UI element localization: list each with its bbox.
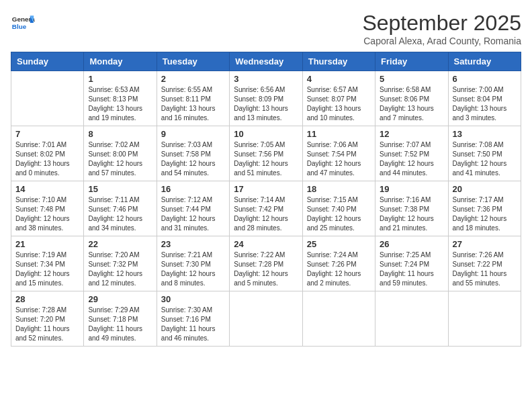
- calendar-cell: 18Sunrise: 7:15 AMSunset: 7:40 PMDayligh…: [302, 181, 375, 236]
- day-info: Sunrise: 7:01 AMSunset: 8:02 PMDaylight:…: [15, 140, 79, 178]
- calendar-week: 14Sunrise: 7:10 AMSunset: 7:48 PMDayligh…: [11, 181, 521, 236]
- weekday-header: Sunday: [11, 52, 84, 71]
- day-info: Sunrise: 7:19 AMSunset: 7:34 PMDaylight:…: [15, 250, 79, 288]
- calendar-cell: [11, 71, 84, 126]
- day-number: 19: [380, 184, 443, 194]
- day-number: 13: [453, 129, 517, 139]
- day-info: Sunrise: 7:08 AMSunset: 7:50 PMDaylight:…: [453, 140, 517, 178]
- calendar-cell: 26Sunrise: 7:25 AMSunset: 7:24 PMDayligh…: [375, 236, 448, 291]
- day-info: Sunrise: 7:28 AMSunset: 7:20 PMDaylight:…: [15, 306, 79, 343]
- day-number: 21: [15, 239, 79, 249]
- day-info: Sunrise: 7:30 AMSunset: 7:16 PMDaylight:…: [161, 306, 225, 343]
- calendar-cell: 15Sunrise: 7:11 AMSunset: 7:46 PMDayligh…: [84, 181, 157, 236]
- calendar-cell: 24Sunrise: 7:22 AMSunset: 7:28 PMDayligh…: [230, 236, 302, 291]
- day-info: Sunrise: 7:02 AMSunset: 8:00 PMDaylight:…: [88, 140, 152, 178]
- calendar-cell: 14Sunrise: 7:10 AMSunset: 7:48 PMDayligh…: [11, 181, 84, 236]
- location: Caporal Alexa, Arad County, Romania: [362, 36, 521, 46]
- day-info: Sunrise: 6:56 AMSunset: 8:09 PMDaylight:…: [234, 85, 298, 123]
- day-number: 10: [234, 129, 298, 139]
- calendar-cell: 28Sunrise: 7:28 AMSunset: 7:20 PMDayligh…: [11, 291, 84, 347]
- day-info: Sunrise: 7:03 AMSunset: 7:58 PMDaylight:…: [161, 140, 225, 178]
- day-number: 29: [88, 294, 152, 304]
- calendar-header: SundayMondayTuesdayWednesdayThursdayFrid…: [11, 52, 521, 71]
- day-number: 24: [234, 239, 298, 249]
- calendar-cell: 1Sunrise: 6:53 AMSunset: 8:13 PMDaylight…: [84, 71, 157, 126]
- calendar-body: 1Sunrise: 6:53 AMSunset: 8:13 PMDaylight…: [11, 71, 521, 347]
- day-number: 28: [15, 294, 79, 304]
- page-header: General Blue September 2025 Caporal Alex…: [11, 11, 521, 46]
- day-info: Sunrise: 7:05 AMSunset: 7:56 PMDaylight:…: [234, 140, 298, 178]
- calendar-cell: 16Sunrise: 7:12 AMSunset: 7:44 PMDayligh…: [157, 181, 229, 236]
- day-number: 11: [307, 129, 371, 139]
- calendar-cell: 13Sunrise: 7:08 AMSunset: 7:50 PMDayligh…: [448, 126, 521, 181]
- day-info: Sunrise: 7:14 AMSunset: 7:42 PMDaylight:…: [234, 195, 298, 233]
- day-number: 30: [161, 294, 225, 304]
- calendar-cell: 10Sunrise: 7:05 AMSunset: 7:56 PMDayligh…: [230, 126, 302, 181]
- title-block: September 2025 Caporal Alexa, Arad Count…: [362, 11, 521, 46]
- day-info: Sunrise: 7:10 AMSunset: 7:48 PMDaylight:…: [15, 195, 79, 233]
- day-number: 1: [88, 74, 152, 84]
- day-number: 16: [161, 184, 225, 194]
- calendar-week: 21Sunrise: 7:19 AMSunset: 7:34 PMDayligh…: [11, 236, 521, 291]
- day-number: 5: [380, 74, 443, 84]
- calendar-cell: 4Sunrise: 6:57 AMSunset: 8:07 PMDaylight…: [302, 71, 375, 126]
- day-number: 8: [88, 129, 152, 139]
- day-number: 14: [15, 184, 79, 194]
- calendar-cell: 23Sunrise: 7:21 AMSunset: 7:30 PMDayligh…: [157, 236, 229, 291]
- day-info: Sunrise: 7:22 AMSunset: 7:28 PMDaylight:…: [234, 250, 298, 288]
- logo-icon: General Blue: [11, 11, 35, 35]
- day-info: Sunrise: 7:16 AMSunset: 7:38 PMDaylight:…: [380, 195, 443, 233]
- calendar-week: 1Sunrise: 6:53 AMSunset: 8:13 PMDaylight…: [11, 71, 521, 126]
- day-number: 9: [161, 129, 225, 139]
- calendar-week: 7Sunrise: 7:01 AMSunset: 8:02 PMDaylight…: [11, 126, 521, 181]
- calendar-cell: [230, 291, 302, 347]
- calendar-cell: 9Sunrise: 7:03 AMSunset: 7:58 PMDaylight…: [157, 126, 229, 181]
- calendar-cell: 21Sunrise: 7:19 AMSunset: 7:34 PMDayligh…: [11, 236, 84, 291]
- day-info: Sunrise: 7:07 AMSunset: 7:52 PMDaylight:…: [380, 140, 443, 178]
- month-title: September 2025: [362, 11, 521, 36]
- calendar-cell: 22Sunrise: 7:20 AMSunset: 7:32 PMDayligh…: [84, 236, 157, 291]
- day-number: 12: [380, 129, 443, 139]
- calendar-cell: 3Sunrise: 6:56 AMSunset: 8:09 PMDaylight…: [230, 71, 302, 126]
- weekday-header: Monday: [84, 52, 157, 71]
- day-info: Sunrise: 7:15 AMSunset: 7:40 PMDaylight:…: [307, 195, 371, 233]
- day-info: Sunrise: 7:26 AMSunset: 7:22 PMDaylight:…: [453, 250, 517, 288]
- day-info: Sunrise: 6:55 AMSunset: 8:11 PMDaylight:…: [161, 85, 225, 123]
- day-number: 20: [453, 184, 517, 194]
- calendar-cell: 29Sunrise: 7:29 AMSunset: 7:18 PMDayligh…: [84, 291, 157, 347]
- weekday-header: Tuesday: [157, 52, 229, 71]
- day-info: Sunrise: 7:20 AMSunset: 7:32 PMDaylight:…: [88, 250, 152, 288]
- calendar-cell: 11Sunrise: 7:06 AMSunset: 7:54 PMDayligh…: [302, 126, 375, 181]
- day-number: 15: [88, 184, 152, 194]
- svg-text:Blue: Blue: [12, 23, 27, 30]
- day-number: 22: [88, 239, 152, 249]
- day-number: 25: [307, 239, 371, 249]
- calendar-cell: 12Sunrise: 7:07 AMSunset: 7:52 PMDayligh…: [375, 126, 448, 181]
- calendar-cell: [375, 291, 448, 347]
- day-info: Sunrise: 7:06 AMSunset: 7:54 PMDaylight:…: [307, 140, 371, 178]
- day-number: 23: [161, 239, 225, 249]
- day-info: Sunrise: 7:24 AMSunset: 7:26 PMDaylight:…: [307, 250, 371, 288]
- calendar: SundayMondayTuesdayWednesdayThursdayFrid…: [11, 52, 521, 347]
- day-number: 17: [234, 184, 298, 194]
- day-info: Sunrise: 6:53 AMSunset: 8:13 PMDaylight:…: [88, 85, 152, 123]
- calendar-cell: 25Sunrise: 7:24 AMSunset: 7:26 PMDayligh…: [302, 236, 375, 291]
- weekday-header: Wednesday: [230, 52, 302, 71]
- calendar-cell: 17Sunrise: 7:14 AMSunset: 7:42 PMDayligh…: [230, 181, 302, 236]
- day-number: 3: [234, 74, 298, 84]
- day-info: Sunrise: 6:58 AMSunset: 8:06 PMDaylight:…: [380, 85, 443, 123]
- day-info: Sunrise: 7:00 AMSunset: 8:04 PMDaylight:…: [453, 85, 517, 123]
- day-number: 26: [380, 239, 443, 249]
- calendar-cell: 5Sunrise: 6:58 AMSunset: 8:06 PMDaylight…: [375, 71, 448, 126]
- calendar-week: 28Sunrise: 7:28 AMSunset: 7:20 PMDayligh…: [11, 291, 521, 347]
- calendar-cell: 8Sunrise: 7:02 AMSunset: 8:00 PMDaylight…: [84, 126, 157, 181]
- weekday-header: Thursday: [302, 52, 375, 71]
- weekday-row: SundayMondayTuesdayWednesdayThursdayFrid…: [11, 52, 521, 71]
- calendar-cell: 2Sunrise: 6:55 AMSunset: 8:11 PMDaylight…: [157, 71, 229, 126]
- calendar-cell: 19Sunrise: 7:16 AMSunset: 7:38 PMDayligh…: [375, 181, 448, 236]
- day-info: Sunrise: 7:12 AMSunset: 7:44 PMDaylight:…: [161, 195, 225, 233]
- calendar-cell: 20Sunrise: 7:17 AMSunset: 7:36 PMDayligh…: [448, 181, 521, 236]
- calendar-cell: [302, 291, 375, 347]
- calendar-cell: 30Sunrise: 7:30 AMSunset: 7:16 PMDayligh…: [157, 291, 229, 347]
- calendar-cell: 27Sunrise: 7:26 AMSunset: 7:22 PMDayligh…: [448, 236, 521, 291]
